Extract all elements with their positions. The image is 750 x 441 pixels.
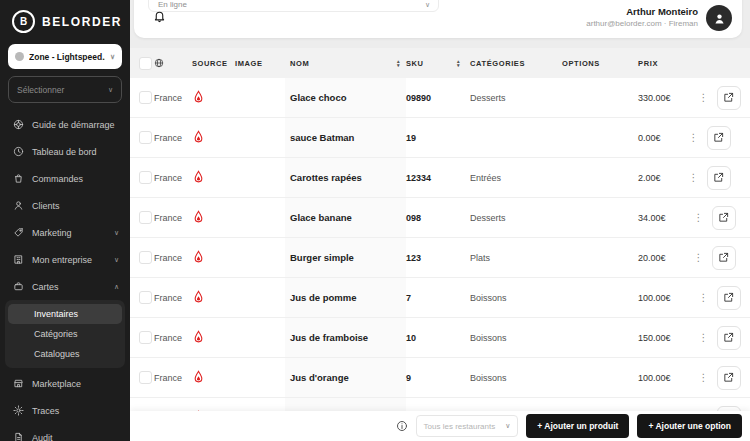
zone-select-value: Zone - Lightspeed...: [29, 52, 105, 62]
products-table: SOURCE IMAGE NOM ▴▾ SKU ▴▾ CATÉGORIES OP…: [130, 48, 750, 441]
row-checkbox[interactable]: [139, 91, 152, 104]
row-menu-icon[interactable]: ⋮: [691, 332, 717, 343]
sidebar-item-guide[interactable]: Guide de démarrage: [0, 111, 130, 138]
open-product-button[interactable]: [712, 246, 736, 270]
row-checkbox[interactable]: [139, 331, 152, 344]
avatar[interactable]: [706, 5, 732, 31]
table-row: France Jus de pomme 7 Boissons 100.00€ ⋮: [130, 278, 750, 318]
product-price: 100.00€: [638, 373, 691, 383]
restaurant-select[interactable]: Tous les restaurants ∨: [416, 415, 519, 437]
secondary-select[interactable]: Sélectionner ∨: [8, 76, 122, 103]
product-price: 2.00€: [638, 173, 681, 183]
chevron-up-icon: ∧: [114, 282, 122, 292]
add-product-button[interactable]: + Ajouter un produit: [526, 414, 629, 438]
sort-sku-icon[interactable]: ▴▾: [457, 59, 460, 67]
row-checkbox[interactable]: [139, 131, 152, 144]
sidebar-item-traces[interactable]: Traces: [0, 397, 130, 424]
product-category: Desserts: [470, 213, 562, 223]
row-checkbox[interactable]: [139, 371, 152, 384]
cartes-submenu: InventairesCatégoriesCatalogues: [5, 300, 125, 368]
product-sku: 10: [406, 333, 416, 343]
open-product-button[interactable]: [707, 126, 731, 150]
sidebar-subitem-categories[interactable]: Catégories: [8, 324, 122, 344]
sidebar-item-dashboard[interactable]: Tableau de bord: [0, 138, 130, 165]
product-category: Entrées: [470, 173, 562, 183]
notifications-bell-icon[interactable]: [153, 10, 166, 23]
sidebar-item-label: Marketing: [32, 228, 72, 238]
info-icon[interactable]: [396, 420, 408, 432]
product-sku: 123: [406, 253, 421, 263]
product-sku: 09890: [406, 93, 431, 103]
user-icon: [13, 200, 24, 211]
store-icon: [13, 378, 24, 389]
product-name: Jus de framboise: [290, 332, 368, 343]
brand-logo[interactable]: B BELORDER: [0, 0, 130, 41]
briefcase-icon: [13, 281, 24, 292]
product-name: Burger simple: [290, 252, 354, 263]
lightspeed-flame-icon: [192, 170, 235, 185]
sidebar-item-label: Marketplace: [32, 379, 81, 389]
row-menu-icon[interactable]: ⋮: [686, 252, 712, 263]
row-menu-icon[interactable]: ⋮: [681, 132, 707, 143]
open-product-button[interactable]: [717, 286, 741, 310]
chevron-down-icon: ∨: [114, 228, 122, 238]
row-checkbox[interactable]: [139, 291, 152, 304]
product-price: 20.00€: [638, 253, 686, 263]
row-country: France: [154, 173, 192, 183]
product-price: 100.00€: [638, 293, 691, 303]
chevron-down-icon: ∨: [110, 53, 115, 61]
product-sku: 19: [406, 133, 416, 143]
brand-logo-icon: B: [12, 10, 35, 33]
row-country: France: [154, 253, 192, 263]
product-price: 330.00€: [638, 93, 691, 103]
lightspeed-flame-icon: [192, 370, 235, 385]
row-country: France: [154, 133, 192, 143]
table-row: France Jus d'orange 9 Boissons 100.00€ ⋮: [130, 358, 750, 398]
row-menu-icon[interactable]: ⋮: [691, 92, 717, 103]
online-status-value: En ligne: [158, 0, 187, 9]
row-checkbox[interactable]: [139, 211, 152, 224]
select-all-checkbox[interactable]: [139, 57, 152, 70]
app-window: B BELORDER Zone - Lightspeed... ∨ Sélect…: [0, 0, 750, 441]
sidebar-item-company[interactable]: Mon entreprise∨: [0, 246, 130, 273]
sidebar-item-label: Tableau de bord: [32, 147, 97, 157]
table-row: France Glace banane 098 Desserts 34.00€ …: [130, 198, 750, 238]
sidebar-subitem-catalogues[interactable]: Catalogues: [8, 344, 122, 364]
user-meta: arthur@belorder.com · Fireman: [586, 19, 698, 28]
lightspeed-flame-icon: [192, 130, 235, 145]
row-menu-icon[interactable]: ⋮: [686, 212, 712, 223]
product-sku: 098: [406, 213, 421, 223]
add-option-button[interactable]: + Ajouter une option: [637, 414, 742, 438]
sidebar-item-clients[interactable]: Clients: [0, 192, 130, 219]
sidebar-item-cartes[interactable]: Cartes∧: [0, 273, 130, 300]
open-product-button[interactable]: [712, 206, 736, 230]
chevron-down-icon: ∨: [108, 86, 113, 94]
sidebar-item-orders[interactable]: Commandes: [0, 165, 130, 192]
restaurant-select-value: Tous les restaurants: [424, 422, 496, 431]
row-checkbox[interactable]: [139, 251, 152, 264]
row-menu-icon[interactable]: ⋮: [681, 172, 707, 183]
zone-select[interactable]: Zone - Lightspeed... ∨: [8, 44, 122, 69]
sidebar-item-marketplace[interactable]: Marketplace: [0, 370, 130, 397]
open-product-button[interactable]: [717, 86, 741, 110]
sidebar-subitem-inventaires[interactable]: Inventaires: [8, 304, 122, 324]
row-checkbox[interactable]: [139, 171, 152, 184]
chevron-down-icon: ∨: [505, 422, 510, 430]
row-menu-icon[interactable]: ⋮: [691, 372, 717, 383]
product-category: Boissons: [470, 293, 562, 303]
open-product-button[interactable]: [717, 366, 741, 390]
open-product-button[interactable]: [717, 326, 741, 350]
tag-icon: [13, 227, 24, 238]
sidebar-item-label: Commandes: [32, 174, 83, 184]
open-product-button[interactable]: [707, 166, 731, 190]
bag-icon: [13, 173, 24, 184]
online-status-select[interactable]: En ligne ∨: [148, 0, 439, 12]
sidebar-item-audit[interactable]: Audit: [0, 424, 130, 441]
product-name: Glace banane: [290, 212, 352, 223]
user-menu[interactable]: Arthur Monteiro arthur@belorder.com · Fi…: [586, 6, 698, 28]
sidebar-item-marketing[interactable]: Marketing∨: [0, 219, 130, 246]
table-row: France sauce Batman 19 0.00€ ⋮: [130, 118, 750, 158]
row-menu-icon[interactable]: ⋮: [691, 292, 717, 303]
sort-name-icon[interactable]: ▴▾: [397, 59, 400, 67]
chevron-down-icon: ∨: [425, 1, 430, 9]
